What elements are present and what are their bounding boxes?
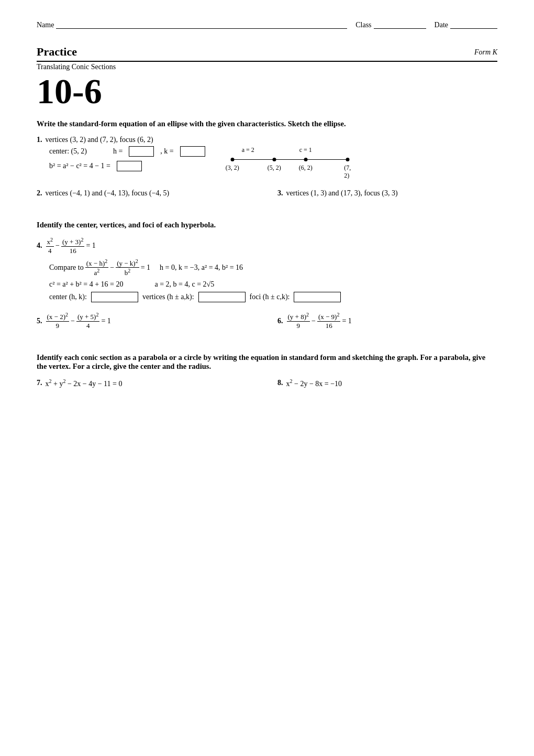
date-underline bbox=[450, 28, 497, 29]
section1-instruction: Write the standard-form equation of an e… bbox=[37, 119, 497, 128]
problem-3-text: vertices (1, 3) and (17, 3), focus (3, 3… bbox=[286, 189, 398, 198]
p4-hk-vals: h = 0, k = −3, a² = 4, b² = 16 bbox=[160, 264, 243, 272]
practice-title: Practice bbox=[37, 45, 77, 59]
p4-compare-label: Compare to bbox=[49, 264, 84, 272]
p5-frac2: (y + 5)2 4 bbox=[76, 312, 100, 330]
p4-c2-line: c² = a² + b² = 4 + 16 = 20 bbox=[49, 280, 124, 289]
p4-cf1: (x − h)2 a2 bbox=[85, 258, 109, 278]
subtitle: Translating Conic Sections bbox=[37, 63, 497, 71]
problems-5-6: 5. (x − 2)2 9 − (y + 5)2 4 = 1 6. (y + 8… bbox=[37, 312, 497, 332]
nl-c1-label: c = 1 bbox=[299, 146, 312, 154]
p6-frac2: (x − 9)2 16 bbox=[317, 312, 341, 330]
p4-center-box[interactable] bbox=[91, 292, 138, 302]
p4-answer-row: center (h, k): vertices (h ± a,k): foci … bbox=[37, 292, 497, 302]
form-k: Form K bbox=[474, 45, 497, 57]
p4-abc-line: a = 2, b = 4, c = 2√5 bbox=[155, 280, 215, 289]
nl-label-62: (6, 2) bbox=[299, 164, 313, 172]
p5-frac1: (x − 2)2 9 bbox=[46, 312, 70, 330]
class-label: Class bbox=[355, 21, 371, 29]
problem-1-detail: center: (5, 2) h = , k = b² = a² − c² = … bbox=[37, 146, 497, 173]
p4-eq: = 1 bbox=[86, 242, 95, 250]
b2-answer-box[interactable] bbox=[117, 161, 142, 171]
p4-minus: − bbox=[55, 242, 60, 250]
title-section: Practice Form K bbox=[37, 45, 497, 62]
nl-top-labels: a = 2 c = 1 bbox=[232, 146, 348, 156]
nl-dot-32 bbox=[230, 158, 234, 161]
k-label: , k = bbox=[160, 147, 173, 156]
b2-label: b² = a² − c² = 4 − 1 = bbox=[49, 162, 110, 170]
p5-eq: = 1 bbox=[101, 317, 110, 325]
problem-7-number: 7. bbox=[37, 379, 42, 387]
problem-8-number: 8. bbox=[277, 379, 283, 387]
p4-compare-row: Compare to (x − h)2 a2 − (y − k)2 b2 = 1… bbox=[37, 258, 497, 278]
problem-7-eq: x2 + y2 − 2x − 4y − 11 = 0 bbox=[46, 378, 123, 388]
problem-8-eq: x2 − 2y − 8x = −10 bbox=[286, 378, 342, 388]
header: Name Class Date bbox=[37, 21, 497, 29]
problem-3: 3. vertices (1, 3) and (17, 3), focus (3… bbox=[277, 189, 497, 200]
problem-1-number: 1. bbox=[37, 136, 42, 144]
number-line-diagram: a = 2 c = 1 (3, 2) (5, 2) (6, 2) (7, 2) bbox=[232, 146, 348, 173]
problem-8: 8. x2 − 2y − 8x = −10 bbox=[277, 378, 497, 390]
nl-dot-52 bbox=[272, 158, 276, 161]
p4-cminus: − bbox=[110, 264, 114, 272]
nl-label-52: (5, 2) bbox=[268, 164, 281, 172]
lesson-number: 10-6 bbox=[37, 73, 497, 109]
problem-2: 2. vertices (−4, 1) and (−4, 13), focus … bbox=[37, 189, 257, 200]
p4-frac2: (y + 3)2 16 bbox=[61, 237, 85, 255]
problem-4: 4. x2 4 − (y + 3)2 16 = 1 Compare to (x … bbox=[37, 237, 497, 302]
h-answer-box[interactable] bbox=[129, 146, 154, 157]
nl-point-labels: (3, 2) (5, 2) (6, 2) (7, 2) bbox=[232, 164, 348, 173]
p4-ceq: = 1 bbox=[141, 264, 150, 272]
problem-7: 7. x2 + y2 − 2x − 4y − 11 = 0 bbox=[37, 378, 257, 390]
problem-6-number: 6. bbox=[277, 317, 283, 325]
p6-minus: − bbox=[312, 317, 316, 325]
p4-c2-abc: c² = a² + b² = 4 + 16 = 20 a = 2, b = 4,… bbox=[49, 280, 497, 289]
section2-instruction: Identify the center, vertices, and foci … bbox=[37, 221, 497, 229]
nl-label-32: (3, 2) bbox=[226, 164, 239, 172]
p6-frac1: (y + 8)2 9 bbox=[287, 312, 310, 330]
p4-foci-box[interactable] bbox=[294, 292, 341, 302]
center-label: center: (5, 2) bbox=[49, 147, 87, 156]
p4-frac1: x2 4 bbox=[46, 237, 54, 255]
nl-dot-62 bbox=[304, 158, 307, 161]
problem-1-text: vertices (3, 2) and (7, 2), focus (6, 2) bbox=[46, 136, 153, 144]
p4-center-label: center (h, k): bbox=[49, 293, 87, 301]
problem-3-number: 3. bbox=[277, 189, 283, 198]
date-label: Date bbox=[435, 21, 448, 29]
nl-line-bar bbox=[232, 159, 348, 160]
p6-eq: = 1 bbox=[342, 317, 351, 325]
problem-2-number: 2. bbox=[37, 189, 42, 198]
problems-2-3: 2. vertices (−4, 1) and (−4, 13), focus … bbox=[37, 189, 497, 200]
problem-1-left: center: (5, 2) h = , k = b² = a² − c² = … bbox=[37, 146, 206, 173]
nl-dot-72 bbox=[346, 158, 349, 161]
class-underline bbox=[374, 28, 426, 29]
problem-4-number: 4. bbox=[37, 242, 42, 250]
p4-foci-label: foci (h ± c,k): bbox=[250, 293, 290, 301]
problem-2-text: vertices (−4, 1) and (−4, 13), focus (−4… bbox=[46, 189, 170, 198]
p4-vertices-label: vertices (h ± a,k): bbox=[142, 293, 194, 301]
problem-5: 5. (x − 2)2 9 − (y + 5)2 4 = 1 bbox=[37, 312, 257, 332]
k-answer-box[interactable] bbox=[180, 146, 205, 157]
nl-label-72: (7, 2) bbox=[344, 164, 351, 180]
nl-a2-label: a = 2 bbox=[242, 146, 254, 154]
problem-1: 1. vertices (3, 2) and (7, 2), focus (6,… bbox=[37, 136, 497, 173]
problems-7-8: 7. x2 + y2 − 2x − 4y − 11 = 0 8. x2 − 2y… bbox=[37, 378, 497, 390]
p4-vertices-box[interactable] bbox=[198, 292, 246, 302]
nl-line bbox=[232, 156, 348, 164]
problem-5-number: 5. bbox=[37, 317, 42, 325]
h-label: h = bbox=[113, 147, 123, 156]
name-underline bbox=[56, 28, 347, 29]
section3-instruction: Identify each conic section as a parabol… bbox=[37, 353, 497, 371]
name-label: Name bbox=[37, 21, 54, 29]
p4-cf2: (y − k)2 b2 bbox=[116, 258, 139, 278]
p5-minus: − bbox=[71, 317, 75, 325]
problem-6: 6. (y + 8)2 9 − (x − 9)2 16 = 1 bbox=[277, 312, 497, 332]
